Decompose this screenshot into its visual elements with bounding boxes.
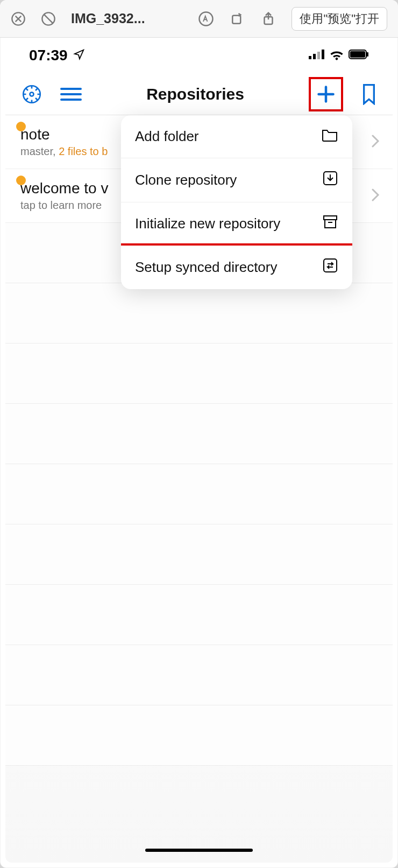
empty-row — [5, 404, 393, 464]
mac-toolbar: IMG_3932... 使用"预览"打开 — [0, 0, 398, 38]
status-dot-icon — [16, 122, 26, 131]
status-time: 07:39 — [29, 47, 68, 64]
empty-row — [5, 585, 393, 645]
empty-row — [5, 283, 393, 344]
svg-rect-10 — [350, 51, 365, 58]
menu-item-initialize-repository[interactable]: Initialize new repository — [121, 202, 352, 246]
status-bar: 07:39 — [5, 38, 393, 73]
home-indicator — [145, 849, 253, 852]
battery-icon — [349, 50, 369, 61]
markup-circle-icon[interactable] — [198, 11, 214, 27]
menu-item-label: Setup synced directory — [135, 259, 277, 276]
svg-rect-23 — [324, 259, 337, 272]
empty-row — [5, 344, 393, 404]
settings-gear-icon[interactable] — [20, 83, 43, 106]
share-icon[interactable] — [260, 11, 276, 27]
cellular-icon — [309, 48, 325, 62]
bookmark-icon[interactable] — [360, 83, 378, 105]
svg-rect-8 — [322, 50, 324, 59]
empty-row — [5, 705, 393, 766]
open-with-preview-button[interactable]: 使用"预览"打开 — [292, 7, 387, 31]
location-icon — [73, 47, 85, 64]
archive-icon — [322, 214, 338, 233]
empty-row — [5, 645, 393, 705]
empty-row — [5, 524, 393, 585]
status-dot-icon — [16, 176, 26, 185]
menu-item-label: Initialize new repository — [135, 215, 280, 232]
filename-label: IMG_3932... — [71, 11, 145, 26]
menu-item-setup-synced-directory[interactable]: Setup synced directory — [121, 243, 352, 289]
app-header: Repositories — [5, 73, 393, 115]
svg-rect-11 — [367, 52, 368, 57]
add-button-highlight — [309, 77, 343, 111]
phone-screenshot: 07:39 — [5, 38, 393, 863]
empty-rows-area — [5, 223, 393, 766]
hamburger-menu-icon[interactable] — [60, 87, 82, 102]
add-menu-popover: Add folder Clone repository Initialize n… — [121, 115, 352, 289]
blocked-circle-icon[interactable] — [41, 11, 56, 26]
svg-rect-5 — [309, 56, 311, 59]
chevron-right-icon — [371, 134, 380, 150]
svg-point-13 — [30, 92, 34, 96]
menu-item-label: Add folder — [135, 128, 199, 145]
svg-rect-6 — [313, 54, 316, 59]
rotate-icon[interactable] — [229, 11, 245, 27]
wifi-icon — [329, 48, 344, 62]
close-circle-icon[interactable] — [11, 11, 26, 26]
svg-rect-20 — [324, 216, 337, 220]
plus-icon[interactable] — [316, 85, 336, 104]
download-icon — [322, 170, 338, 190]
menu-item-clone-repository[interactable]: Clone repository — [121, 158, 352, 202]
chevron-right-icon — [371, 188, 380, 204]
menu-item-add-folder[interactable]: Add folder — [121, 115, 352, 158]
svg-rect-21 — [325, 220, 336, 228]
menu-item-label: Clone repository — [135, 172, 237, 188]
empty-row — [5, 464, 393, 524]
folder-icon — [321, 127, 338, 146]
svg-rect-7 — [317, 52, 320, 59]
svg-rect-3 — [233, 15, 241, 23]
page-title: Repositories — [99, 85, 292, 103]
sync-icon — [322, 257, 338, 277]
